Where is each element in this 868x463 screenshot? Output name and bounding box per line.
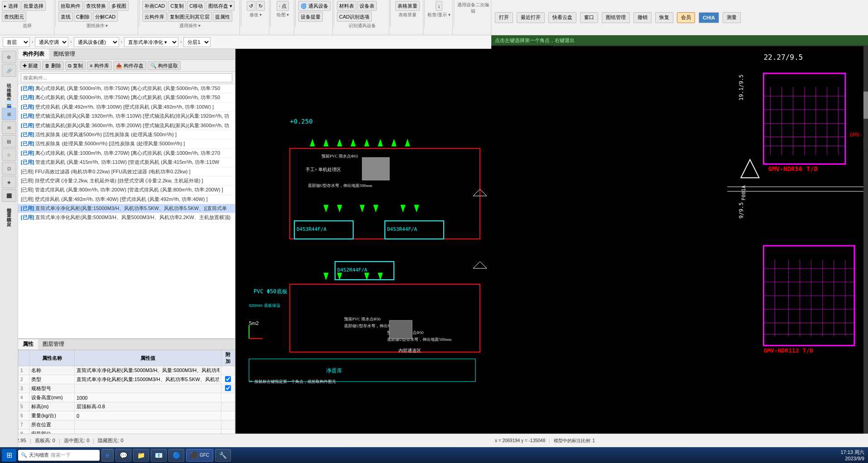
device-qty-btn[interactable]: 设备提量 [298,12,323,22]
batch-select-btn[interactable]: 批量选择 [21,1,46,11]
copy-to-layer-btn[interactable]: 复制图元到其它层 [168,12,212,22]
list-item[interactable]: [已用] 壁式排风机 (风量:492m³/h, 功率:100W) [壁式排风机 … [18,103,235,112]
sidebar-icon-5[interactable]: ☆ [2,148,16,161]
prop-checkbox[interactable] [221,393,235,402]
comp-lib-btn[interactable]: ≡ 构件库 [87,61,111,70]
taskbar-app-4[interactable]: 🔵 [168,449,184,462]
draw-cad-btn[interactable]: 补画CAD [142,1,167,11]
right-cad-canvas[interactable]: 22.27/9.5 GMV-NDR56 T/D [491,46,868,436]
taskbar-app-cad[interactable]: ⬛ GFC [186,449,213,462]
sidebar-item-custom[interactable]: 自定义 [6,216,12,220]
check-btn[interactable]: ↓ [436,1,443,11]
list-item[interactable]: [已用] 离心式排风机 (风量:5000m³/h, 功率:750W) [离心式排… [18,84,235,93]
recent-open-btn[interactable]: 最近打开 [517,12,545,23]
undo-btn[interactable]: ↺ [247,1,255,11]
list-item[interactable]: [已用] 管道式排风机 (风量:800m³/h, 功率:200W) [管道式排风… [18,186,235,195]
prop-value[interactable] [75,393,221,402]
table-calc-btn[interactable]: 表格算量 [395,1,420,11]
floor-select[interactable]: 首层 [3,37,30,47]
device-spec-select[interactable]: 直形式单冷净化 ▾ [124,37,178,47]
window-btn[interactable]: 窗口 [580,12,598,23]
list-item[interactable]: [已用] 活性炭除臭 (处理风量:5000m³/h) [活性炭除臭 (处理风量:… [18,139,235,148]
comp-search-input[interactable] [21,73,232,82]
prop-checkbox[interactable] [221,411,235,420]
prop-checkbox[interactable] [221,402,235,411]
list-item[interactable]: [已用] 活性炭除臭 (处理风速500m³h) [活性炭除臭 (处理风速:500… [18,130,235,139]
prop-checkbox[interactable] [221,375,235,384]
list-item[interactable]: [已用] FFU高效过滤器 (电机功率0.22kw) [FFU高效过滤器 (电机… [18,167,235,177]
list-item[interactable]: [已用] 管道式新风机 (风量:415m³/h, 功率:110W) [管道式新风… [18,158,235,167]
cloud-lib-btn[interactable]: 云构件库 [142,12,167,22]
sidebar-icon-8[interactable]: ⬛ [2,189,16,202]
sidebar-item-building[interactable]: 建筑结构 [6,212,12,215]
list-item[interactable]: [已用] 直筒式单冷净化风柜(风量:15000M3/H、风机功率5.5KW、风机… [18,204,235,213]
sidebar-item-electrical[interactable]: 电气 [6,91,12,95]
restore-btn[interactable]: 恢复 [655,12,673,23]
copy-comp-btn[interactable]: ⧉ 复制 [65,61,86,70]
find-element-btn[interactable]: 查找图元 [2,12,26,22]
get-props-btn[interactable]: 提属性 [213,12,232,22]
start-button[interactable]: ⊞ [2,449,16,462]
cad-options-btn[interactable]: CAD识别选项 [337,12,372,22]
taskbar-search-box[interactable]: 🔍 天沟稽查 搜索一下 [18,450,100,461]
list-item[interactable]: [已用] 离心式排风机 (风量:1000m³/h, 功率:270W) [离心式排… [18,149,235,158]
system-select[interactable]: 通风空调 [35,37,68,47]
taskbar-app-email[interactable]: 📧 [151,449,167,462]
cad-canvas[interactable]: +0.250 [235,49,491,447]
sidebar-item-hvac[interactable]: 通风空调 [5,100,13,104]
extract-comp-btn[interactable]: 🔍 构件提取 [148,61,181,70]
sidebar-icon-6[interactable]: ⊡ [2,162,16,175]
list-item[interactable]: [已用] 直筒式单冷净化风柜(风量:5000M3/H、风量5000M3/H、风机… [18,213,235,222]
sidebar-icon-1[interactable]: ⚙ [2,51,16,63]
prop-value[interactable] [75,411,221,420]
prop-value[interactable] [75,402,221,411]
taskbar-app-ie[interactable]: e [101,449,114,462]
prop-checkbox[interactable] [221,366,235,375]
redo-btn[interactable]: ↻ [256,1,265,11]
prop-checkbox[interactable] [221,384,235,393]
copy-btn[interactable]: C复制 [168,1,186,11]
select-btn[interactable]: ▸ 选择 [2,1,20,11]
open-btn[interactable]: 打开 [495,12,513,23]
measure-btn[interactable]: 测量 [723,12,741,23]
cloud-disk-btn[interactable]: 快看云盘 [548,12,576,23]
prop-checkbox[interactable] [221,420,235,430]
sidebar-icon-2[interactable]: 🔗 [2,64,16,77]
taskbar-app-tool[interactable]: 🔧 [215,449,231,462]
taskbar-app-explorer[interactable]: 📁 [133,449,149,462]
new-comp-btn[interactable]: ✚ 新建 [20,61,41,70]
prop-value[interactable] [75,420,221,430]
sidebar-icon-4[interactable]: ▤ [2,135,16,148]
dwg-manage-btn[interactable]: 图纸管理 [602,12,630,23]
list-item[interactable]: [已用] 离心式新风机 (风量:5000m³/h, 功率:750W) [离心式新… [18,93,235,102]
pick-comp-btn[interactable]: 拾取构件 [58,1,83,11]
list-item[interactable]: [已用] 壁式轴流风机(排风)(风量:1920m³/h, 功率:110W) [壁… [18,112,235,121]
device-table-btn[interactable]: 设备表 [357,1,377,11]
tab-comp-list[interactable]: 构件列表 [18,49,49,59]
sidebar-icon-hvac[interactable]: ⊞ [2,108,16,120]
layer-select[interactable]: 分层1 [183,37,211,47]
split-cad-btn[interactable]: 分解CAD [93,12,118,22]
prop-value[interactable] [75,366,221,375]
list-item[interactable]: [已用] 壁式排风机 (风量:492m³/h, 功率:40W) [壁式排风机 (… [18,195,235,204]
point-btn[interactable]: · 点 [277,1,289,11]
prop-value[interactable] [75,375,221,384]
sidebar-item-smart[interactable]: 智控弱电 [6,203,12,206]
sidebar-icon-7[interactable]: ◈ [2,176,16,188]
sidebar-item-water[interactable]: 给排水 [6,82,12,86]
ventilation-btn[interactable]: 🌀 通风设备 [298,1,331,11]
sidebar-icon-3[interactable]: ✉ [2,121,16,134]
sidebar-item-fire[interactable]: 消防 [6,96,12,100]
del-comp-btn[interactable]: 🗑 删除 [42,61,64,70]
move-btn[interactable]: C移动 [187,1,205,11]
line-btn[interactable]: 直线 [58,12,73,22]
tab-dwg-manage[interactable]: 图纸管理 [49,49,80,59]
sidebar-item-industrial[interactable]: 工业管道 [6,207,12,211]
list-item[interactable]: [已用] 壁式轴流风机(新风)(风量:3600m³/h, 功率:200W) [壁… [18,121,235,130]
delete-btn[interactable]: C删除 [74,12,92,22]
prop-value[interactable] [75,384,221,393]
list-item[interactable]: [已用] 挂壁式空调 (冷量:2.2kw, 主机延外墙) [挂壁式空调 (冷量:… [18,177,235,186]
multi-view-btn[interactable]: 多视图 [109,1,129,11]
find-replace-btn[interactable]: 查找替换 [84,1,108,11]
save-dwg-btn[interactable]: 图纸存盘 ▾ [206,1,235,11]
